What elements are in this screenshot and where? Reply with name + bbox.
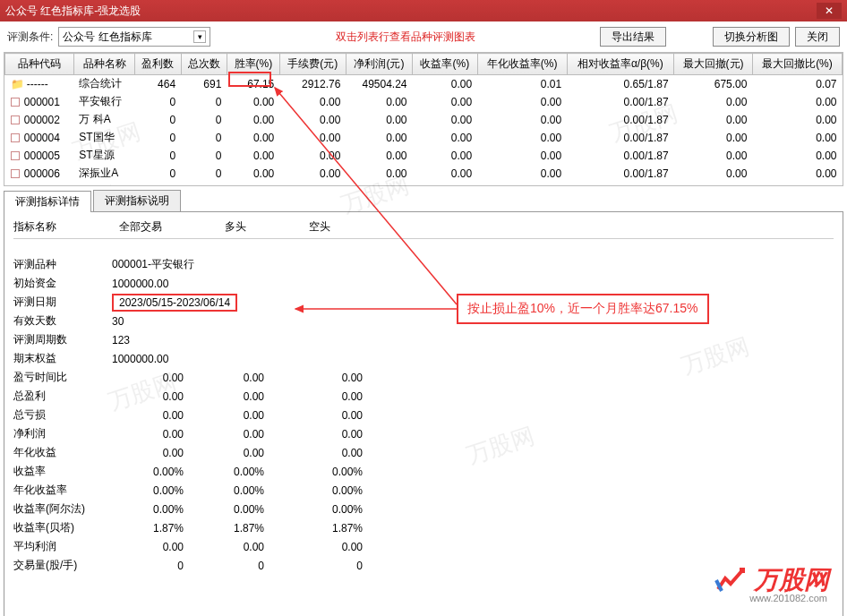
table-row[interactable]: 000005ST星源000.000.000.000.000.000.00/1.8… [5,147,843,165]
table-row[interactable]: 000001平安银行000.000.000.000.000.000.00/1.8… [5,93,843,111]
metric-row: 年化收益率0.00%0.00%0.00% [13,481,834,500]
result-grid[interactable]: 品种代码品种名称盈利数总次数胜率(%)手续费(元)净利润(元)收益率(%)年化收… [4,52,843,186]
title-bar: 公众号 红色指标库-强龙选股 ✕ [0,0,847,21]
column-header[interactable]: 最大回撤比(%) [752,54,842,75]
column-header[interactable]: 手续费(元) [279,54,346,75]
highlight-winrate [228,72,271,87]
date-label: 评测日期 [13,295,112,310]
metric-row: 盈亏时间比0.000.000.00 [13,368,834,387]
table-row[interactable]: 000006深振业A000.000.000.000.000.000.00/1.8… [5,165,843,183]
detail-header: 指标名称 全部交易 多头 空头 [13,219,834,239]
col-long: 多头 [225,219,246,235]
end-value: 1000000.00 [112,353,168,365]
toolbar: 评测条件: 公众号 红色指标库 ▾ 双击列表行查看品种评测图表 导出结果 切换分… [0,21,847,52]
capital-value: 1000000.00 [112,278,168,290]
logo-url: www.201082.com [749,593,827,603]
chevron-down-icon[interactable]: ▾ [193,30,206,43]
tab-detail[interactable]: 评测指标详情 [4,191,91,212]
product-value: 000001-平安银行 [112,257,194,272]
metric-row: 净利润0.000.000.00 [13,424,834,443]
condition-combo[interactable]: 公众号 红色指标库 ▾ [58,27,210,47]
capital-label: 初始资金 [13,276,112,291]
table-row[interactable]: 000007*ST全新000.000.000.000.000.000.00/1.… [5,183,843,187]
column-header[interactable]: 品种代码 [5,54,74,75]
metric-row: 交易量(股/手)000 [13,556,834,575]
site-logo: 万股网 www.201082.com [713,562,829,598]
product-label: 评测品种 [13,257,112,272]
tab-desc[interactable]: 评测指标说明 [93,190,181,211]
metric-row: 收益率(阿尔法)0.00%0.00%0.00% [13,500,834,518]
cycles-value: 123 [112,334,130,346]
window-title: 公众号 红色指标库-强龙选股 [5,4,141,19]
detail-panel: 指标名称 全部交易 多头 空头 评测品种000001-平安银行 初始资金1000… [4,212,843,616]
date-value: 2023/05/15-2023/06/14 [112,294,237,312]
annotation-box: 按止损止盈10%，近一个月胜率达67.15% [457,294,709,324]
cycles-label: 评测周期数 [13,332,112,347]
metric-row: 收益率0.00%0.00%0.00% [13,462,834,481]
end-label: 期末权益 [13,351,112,366]
close-button[interactable]: 关闭 [795,27,840,47]
column-header[interactable]: 盈利数 [135,54,181,75]
days-value: 30 [112,315,124,328]
column-header[interactable]: 净利润(元) [346,54,412,75]
metric-row: 年化收益0.000.000.00 [13,443,834,462]
checkbox-icon[interactable] [11,169,20,178]
column-header[interactable]: 收益率(%) [413,54,478,75]
col-short: 空头 [309,219,330,235]
metric-row: 收益率(贝塔)1.87%1.87%1.87% [13,518,834,537]
metric-row: 总盈利0.000.000.00 [13,387,834,406]
column-header[interactable]: 总次数 [181,54,227,75]
table-row[interactable]: 📁 ------综合统计46469167.152912.7649504.240.… [5,75,843,93]
table-row[interactable]: 000004ST国华000.000.000.000.000.000.00/1.8… [5,129,843,147]
column-header[interactable]: 最大回撤(元) [674,54,753,75]
days-label: 有效天数 [13,313,112,329]
col-all: 全部交易 [119,219,162,235]
checkbox-icon[interactable] [11,116,20,124]
checkbox-icon[interactable] [11,151,20,160]
metric-row: 平均利润0.000.000.00 [13,537,834,556]
column-header[interactable]: 品种名称 [73,54,134,75]
export-button[interactable]: 导出结果 [600,27,666,47]
folder-icon: 📁 [11,78,24,90]
combo-value: 公众号 红色指标库 [63,30,151,45]
checkbox-icon[interactable] [11,98,20,107]
column-header[interactable]: 相对收益率α/β(%) [567,54,674,75]
col-name: 指标名称 [13,219,56,235]
close-icon[interactable]: ✕ [817,3,842,19]
hint-text: 双击列表行查看品种评测图表 [216,30,595,45]
switch-button[interactable]: 切换分析图 [713,27,790,47]
tab-strip: 评测指标详情 评测指标说明 [4,190,843,212]
metric-row: 总亏损0.000.000.00 [13,406,834,424]
table-row[interactable]: 000002万 科A000.000.000.000.000.000.00/1.8… [5,111,843,129]
column-header[interactable]: 年化收益率(%) [477,54,567,75]
checkbox-icon[interactable] [11,133,20,142]
condition-label: 评测条件: [7,30,53,45]
